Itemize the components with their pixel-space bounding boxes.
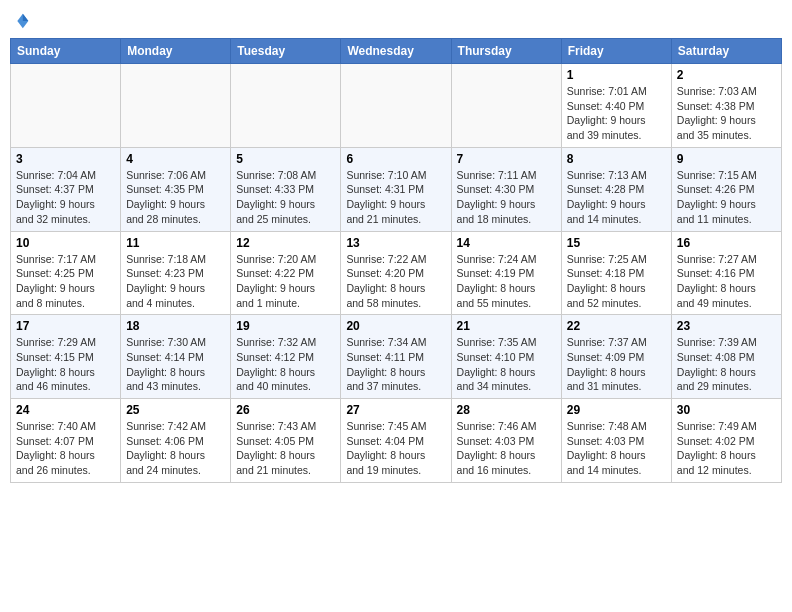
- day-number: 10: [16, 236, 115, 250]
- calendar-cell: 3Sunrise: 7:04 AMSunset: 4:37 PMDaylight…: [11, 147, 121, 231]
- day-number: 20: [346, 319, 445, 333]
- day-info: Sunrise: 7:13 AMSunset: 4:28 PMDaylight:…: [567, 168, 666, 227]
- day-number: 6: [346, 152, 445, 166]
- calendar-cell: 26Sunrise: 7:43 AMSunset: 4:05 PMDayligh…: [231, 399, 341, 483]
- calendar-week-row: 10Sunrise: 7:17 AMSunset: 4:25 PMDayligh…: [11, 231, 782, 315]
- calendar-cell: 16Sunrise: 7:27 AMSunset: 4:16 PMDayligh…: [671, 231, 781, 315]
- day-info: Sunrise: 7:06 AMSunset: 4:35 PMDaylight:…: [126, 168, 225, 227]
- day-info: Sunrise: 7:15 AMSunset: 4:26 PMDaylight:…: [677, 168, 776, 227]
- calendar-cell: 11Sunrise: 7:18 AMSunset: 4:23 PMDayligh…: [121, 231, 231, 315]
- calendar-cell: 15Sunrise: 7:25 AMSunset: 4:18 PMDayligh…: [561, 231, 671, 315]
- weekday-header-sunday: Sunday: [11, 39, 121, 64]
- day-number: 22: [567, 319, 666, 333]
- weekday-header-saturday: Saturday: [671, 39, 781, 64]
- calendar-cell: 4Sunrise: 7:06 AMSunset: 4:35 PMDaylight…: [121, 147, 231, 231]
- day-number: 13: [346, 236, 445, 250]
- day-info: Sunrise: 7:29 AMSunset: 4:15 PMDaylight:…: [16, 335, 115, 394]
- calendar-cell: 27Sunrise: 7:45 AMSunset: 4:04 PMDayligh…: [341, 399, 451, 483]
- day-number: 2: [677, 68, 776, 82]
- day-number: 26: [236, 403, 335, 417]
- calendar-cell: 30Sunrise: 7:49 AMSunset: 4:02 PMDayligh…: [671, 399, 781, 483]
- day-info: Sunrise: 7:48 AMSunset: 4:03 PMDaylight:…: [567, 419, 666, 478]
- day-info: Sunrise: 7:35 AMSunset: 4:10 PMDaylight:…: [457, 335, 556, 394]
- day-info: Sunrise: 7:25 AMSunset: 4:18 PMDaylight:…: [567, 252, 666, 311]
- calendar-cell: 7Sunrise: 7:11 AMSunset: 4:30 PMDaylight…: [451, 147, 561, 231]
- day-number: 19: [236, 319, 335, 333]
- weekday-header-row: SundayMondayTuesdayWednesdayThursdayFrid…: [11, 39, 782, 64]
- calendar-cell: 18Sunrise: 7:30 AMSunset: 4:14 PMDayligh…: [121, 315, 231, 399]
- day-number: 21: [457, 319, 556, 333]
- logo-icon: [10, 10, 32, 32]
- day-info: Sunrise: 7:17 AMSunset: 4:25 PMDaylight:…: [16, 252, 115, 311]
- day-number: 7: [457, 152, 556, 166]
- day-info: Sunrise: 7:39 AMSunset: 4:08 PMDaylight:…: [677, 335, 776, 394]
- day-number: 17: [16, 319, 115, 333]
- calendar-cell: 24Sunrise: 7:40 AMSunset: 4:07 PMDayligh…: [11, 399, 121, 483]
- calendar-cell: 21Sunrise: 7:35 AMSunset: 4:10 PMDayligh…: [451, 315, 561, 399]
- day-info: Sunrise: 7:34 AMSunset: 4:11 PMDaylight:…: [346, 335, 445, 394]
- day-info: Sunrise: 7:10 AMSunset: 4:31 PMDaylight:…: [346, 168, 445, 227]
- day-number: 27: [346, 403, 445, 417]
- weekday-header-friday: Friday: [561, 39, 671, 64]
- day-number: 14: [457, 236, 556, 250]
- day-number: 29: [567, 403, 666, 417]
- day-info: Sunrise: 7:43 AMSunset: 4:05 PMDaylight:…: [236, 419, 335, 478]
- calendar-cell: 8Sunrise: 7:13 AMSunset: 4:28 PMDaylight…: [561, 147, 671, 231]
- logo: [10, 10, 34, 32]
- day-info: Sunrise: 7:37 AMSunset: 4:09 PMDaylight:…: [567, 335, 666, 394]
- weekday-header-thursday: Thursday: [451, 39, 561, 64]
- day-info: Sunrise: 7:45 AMSunset: 4:04 PMDaylight:…: [346, 419, 445, 478]
- calendar-cell: [451, 64, 561, 148]
- calendar-cell: 2Sunrise: 7:03 AMSunset: 4:38 PMDaylight…: [671, 64, 781, 148]
- day-info: Sunrise: 7:42 AMSunset: 4:06 PMDaylight:…: [126, 419, 225, 478]
- calendar-cell: [11, 64, 121, 148]
- calendar-week-row: 3Sunrise: 7:04 AMSunset: 4:37 PMDaylight…: [11, 147, 782, 231]
- calendar-cell: 1Sunrise: 7:01 AMSunset: 4:40 PMDaylight…: [561, 64, 671, 148]
- calendar-cell: [341, 64, 451, 148]
- day-number: 24: [16, 403, 115, 417]
- day-info: Sunrise: 7:18 AMSunset: 4:23 PMDaylight:…: [126, 252, 225, 311]
- day-number: 5: [236, 152, 335, 166]
- calendar-cell: 28Sunrise: 7:46 AMSunset: 4:03 PMDayligh…: [451, 399, 561, 483]
- day-number: 25: [126, 403, 225, 417]
- day-info: Sunrise: 7:24 AMSunset: 4:19 PMDaylight:…: [457, 252, 556, 311]
- day-info: Sunrise: 7:03 AMSunset: 4:38 PMDaylight:…: [677, 84, 776, 143]
- calendar-cell: 19Sunrise: 7:32 AMSunset: 4:12 PMDayligh…: [231, 315, 341, 399]
- day-number: 23: [677, 319, 776, 333]
- day-number: 30: [677, 403, 776, 417]
- day-number: 4: [126, 152, 225, 166]
- calendar-cell: 6Sunrise: 7:10 AMSunset: 4:31 PMDaylight…: [341, 147, 451, 231]
- day-info: Sunrise: 7:46 AMSunset: 4:03 PMDaylight:…: [457, 419, 556, 478]
- day-info: Sunrise: 7:27 AMSunset: 4:16 PMDaylight:…: [677, 252, 776, 311]
- day-number: 28: [457, 403, 556, 417]
- day-number: 1: [567, 68, 666, 82]
- calendar-cell: 9Sunrise: 7:15 AMSunset: 4:26 PMDaylight…: [671, 147, 781, 231]
- calendar-week-row: 1Sunrise: 7:01 AMSunset: 4:40 PMDaylight…: [11, 64, 782, 148]
- svg-marker-1: [23, 14, 29, 21]
- calendar-cell: 10Sunrise: 7:17 AMSunset: 4:25 PMDayligh…: [11, 231, 121, 315]
- calendar-cell: 25Sunrise: 7:42 AMSunset: 4:06 PMDayligh…: [121, 399, 231, 483]
- weekday-header-tuesday: Tuesday: [231, 39, 341, 64]
- calendar-cell: 13Sunrise: 7:22 AMSunset: 4:20 PMDayligh…: [341, 231, 451, 315]
- day-info: Sunrise: 7:32 AMSunset: 4:12 PMDaylight:…: [236, 335, 335, 394]
- calendar-cell: 22Sunrise: 7:37 AMSunset: 4:09 PMDayligh…: [561, 315, 671, 399]
- day-info: Sunrise: 7:22 AMSunset: 4:20 PMDaylight:…: [346, 252, 445, 311]
- day-number: 15: [567, 236, 666, 250]
- day-info: Sunrise: 7:30 AMSunset: 4:14 PMDaylight:…: [126, 335, 225, 394]
- calendar-cell: 14Sunrise: 7:24 AMSunset: 4:19 PMDayligh…: [451, 231, 561, 315]
- calendar-table: SundayMondayTuesdayWednesdayThursdayFrid…: [10, 38, 782, 483]
- calendar-week-row: 17Sunrise: 7:29 AMSunset: 4:15 PMDayligh…: [11, 315, 782, 399]
- calendar-cell: 29Sunrise: 7:48 AMSunset: 4:03 PMDayligh…: [561, 399, 671, 483]
- day-number: 18: [126, 319, 225, 333]
- page-header: [10, 10, 782, 32]
- day-info: Sunrise: 7:49 AMSunset: 4:02 PMDaylight:…: [677, 419, 776, 478]
- calendar-cell: 5Sunrise: 7:08 AMSunset: 4:33 PMDaylight…: [231, 147, 341, 231]
- day-number: 12: [236, 236, 335, 250]
- calendar-cell: 23Sunrise: 7:39 AMSunset: 4:08 PMDayligh…: [671, 315, 781, 399]
- day-info: Sunrise: 7:20 AMSunset: 4:22 PMDaylight:…: [236, 252, 335, 311]
- calendar-cell: 17Sunrise: 7:29 AMSunset: 4:15 PMDayligh…: [11, 315, 121, 399]
- weekday-header-monday: Monday: [121, 39, 231, 64]
- calendar-cell: [121, 64, 231, 148]
- calendar-cell: 20Sunrise: 7:34 AMSunset: 4:11 PMDayligh…: [341, 315, 451, 399]
- calendar-week-row: 24Sunrise: 7:40 AMSunset: 4:07 PMDayligh…: [11, 399, 782, 483]
